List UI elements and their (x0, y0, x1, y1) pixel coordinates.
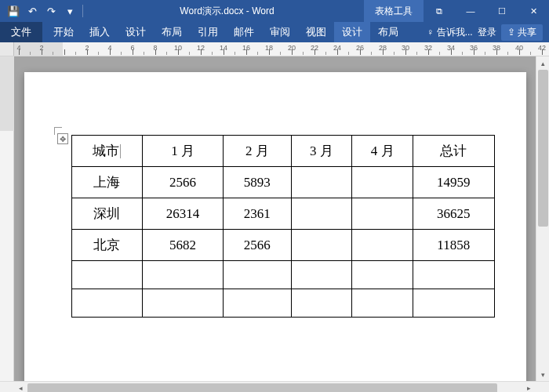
undo-button[interactable]: ↶ (24, 2, 41, 20)
tab-insert[interactable]: 插入 (82, 22, 118, 42)
data-table[interactable]: 城市1 月2 月3 月4 月总计上海2566589314959深圳2631423… (71, 135, 495, 318)
table-cell[interactable] (413, 261, 494, 289)
table-header-cell[interactable]: 4 月 (352, 136, 413, 167)
redo-button[interactable]: ↷ (42, 2, 60, 20)
table-cell[interactable] (224, 261, 291, 289)
horizontal-scrollbar[interactable]: ◂ ▸ (0, 381, 549, 392)
table-cell[interactable]: 2566 (142, 167, 223, 198)
table-cell[interactable] (291, 167, 352, 198)
document-title: Word演示.docx - Word (90, 5, 364, 18)
tab-mailings[interactable]: 邮件 (226, 22, 262, 42)
window-controls: ⧉ — ☐ ✕ (424, 0, 549, 22)
table-cell[interactable]: 26314 (142, 198, 223, 230)
vertical-ruler[interactable] (0, 56, 14, 381)
scroll-thumb-vertical[interactable] (538, 70, 548, 227)
ribbon-display-button[interactable]: ⧉ (424, 0, 455, 22)
tab-selector[interactable] (0, 42, 14, 56)
table-cell[interactable]: 北京 (71, 230, 142, 261)
table-cell[interactable]: 上海 (71, 167, 142, 198)
table-cell[interactable] (352, 289, 413, 318)
table-cell[interactable] (142, 289, 223, 318)
page: ✥ 城市1 月2 月3 月4 月总计上海2566589314959深圳26314… (24, 72, 526, 381)
tab-design[interactable]: 设计 (118, 22, 154, 42)
tell-me-button[interactable]: ♀ 告诉我... (427, 26, 472, 39)
tab-references[interactable]: 引用 (190, 22, 226, 42)
table-cell[interactable] (291, 261, 352, 289)
table-cell[interactable] (71, 261, 142, 289)
table-cell[interactable] (291, 198, 352, 230)
tab-review[interactable]: 审阅 (262, 22, 298, 42)
table-cell[interactable] (291, 289, 352, 318)
table-row[interactable] (71, 289, 494, 318)
table-row[interactable]: 北京5682256611858 (71, 230, 494, 261)
scroll-up-button[interactable]: ▴ (536, 56, 549, 70)
tab-home[interactable]: 开始 (45, 22, 82, 42)
qat-customize-button[interactable]: ▾ (61, 2, 78, 20)
tab-layout[interactable]: 布局 (154, 22, 190, 42)
ribbon-tabs: 文件 开始 插入 设计 布局 引用 邮件 审阅 视图 设计 布局 ♀ 告诉我..… (0, 22, 549, 42)
table-cell[interactable] (352, 198, 413, 230)
table-cell[interactable]: 5682 (142, 230, 223, 261)
table-tools-context: 表格工具 (364, 0, 424, 22)
tab-table-design[interactable]: 设计 (334, 22, 370, 42)
table-move-handle[interactable]: ✥ (57, 133, 68, 144)
scroll-right-button[interactable]: ▸ (522, 382, 536, 393)
title-bar: 💾 ↶ ↷ ▾ Word演示.docx - Word 表格工具 ⧉ — ☐ ✕ (0, 0, 549, 22)
table-cell[interactable]: 36625 (413, 198, 494, 230)
quick-access-toolbar: 💾 ↶ ↷ ▾ (0, 2, 90, 20)
table-cell[interactable]: 2361 (224, 198, 291, 230)
table-header-cell[interactable]: 城市 (71, 136, 142, 167)
tab-file[interactable]: 文件 (0, 22, 42, 42)
table-cell[interactable] (352, 167, 413, 198)
document-viewport[interactable]: ✥ 城市1 月2 月3 月4 月总计上海2566589314959深圳26314… (14, 56, 536, 381)
table-row[interactable] (71, 261, 494, 289)
scroll-thumb-horizontal[interactable] (27, 383, 497, 393)
table-cell[interactable]: 2566 (224, 230, 291, 261)
table-cell[interactable]: 14959 (413, 167, 494, 198)
horizontal-ruler[interactable]: 4224681012141618202224262830323436384042 (0, 42, 549, 56)
table-cell[interactable] (413, 289, 494, 318)
table-cell[interactable]: 5893 (224, 167, 291, 198)
table-header-cell[interactable]: 总计 (413, 136, 494, 167)
table-cell[interactable] (352, 230, 413, 261)
maximize-button[interactable]: ☐ (486, 0, 518, 22)
table-row[interactable]: 深圳26314236136625 (71, 198, 494, 230)
table-cell[interactable]: 11858 (413, 230, 494, 261)
scroll-down-button[interactable]: ▾ (536, 368, 549, 381)
tab-view[interactable]: 视图 (298, 22, 334, 42)
table-cell[interactable]: 深圳 (71, 198, 142, 230)
table-cell[interactable] (224, 289, 291, 318)
table-header-cell[interactable]: 2 月 (224, 136, 291, 167)
table-header-cell[interactable]: 3 月 (291, 136, 352, 167)
separator (82, 5, 83, 17)
tab-table-layout[interactable]: 布局 (370, 22, 406, 42)
scroll-left-button[interactable]: ◂ (14, 382, 27, 393)
table-cell[interactable] (352, 261, 413, 289)
close-button[interactable]: ✕ (518, 0, 549, 22)
table-cell[interactable] (291, 230, 352, 261)
share-button[interactable]: ⇪ 共享 (501, 24, 543, 41)
vertical-scrollbar[interactable]: ▴ ▾ (536, 56, 549, 381)
table-header-cell[interactable]: 1 月 (142, 136, 223, 167)
table-row[interactable]: 上海2566589314959 (71, 167, 494, 198)
save-button[interactable]: 💾 (5, 2, 22, 20)
signin-button[interactable]: 登录 (478, 26, 496, 39)
table-cell[interactable] (71, 289, 142, 318)
minimize-button[interactable]: — (455, 0, 486, 22)
table-cell[interactable] (142, 261, 223, 289)
